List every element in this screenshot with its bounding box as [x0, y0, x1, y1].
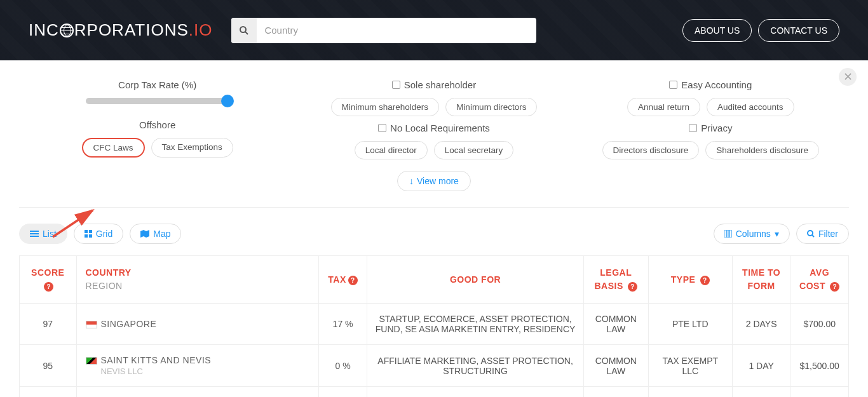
table-row[interactable]: 95SAINT KITTS AND NEVISNEVIS LLC0 %AFFIL…: [20, 345, 849, 387]
tab-list[interactable]: List: [19, 224, 67, 244]
filter-corp-tax-label: Corp Tax Rate (%): [24, 79, 291, 90]
th-time[interactable]: TIME TO FORM: [732, 256, 790, 304]
th-score[interactable]: SCORE?: [20, 256, 77, 304]
svg-rect-11: [727, 230, 729, 238]
offshore-pills: CFC Laws Tax Exemptions: [24, 138, 291, 158]
about-button[interactable]: ABOUT US: [682, 19, 752, 42]
cell-score: 93: [20, 387, 77, 398]
filter-privacy-label: Privacy: [701, 123, 732, 133]
filter-no-local[interactable]: No Local Requirements: [301, 123, 567, 133]
pill-audited-accounts[interactable]: Audited accounts: [707, 98, 794, 116]
filter-sole-shareholder[interactable]: Sole shareholder: [301, 79, 567, 90]
th-cost[interactable]: AVG COST ?: [790, 256, 849, 304]
cell-tax: 0 %: [318, 345, 367, 387]
divider: [19, 207, 849, 208]
close-icon[interactable]: ✕: [839, 68, 857, 86]
th-type[interactable]: TYPE ?: [648, 256, 732, 304]
pill-cfc-laws[interactable]: CFC Laws: [82, 138, 145, 158]
columns-button[interactable]: Columns ▾: [714, 224, 790, 244]
search-input[interactable]: [257, 25, 536, 36]
checkbox-icon[interactable]: [378, 124, 386, 132]
filter-button[interactable]: Filter: [796, 224, 849, 244]
help-icon[interactable]: ?: [348, 276, 358, 285]
cell-score: 97: [20, 304, 77, 345]
view-more-label: View more: [417, 176, 459, 186]
cell-type: LTD: [648, 387, 732, 398]
filter-easy-accounting-label: Easy Accounting: [681, 79, 752, 90]
grid-icon: [85, 230, 92, 238]
th-tax[interactable]: TAX?: [318, 256, 367, 304]
help-icon[interactable]: ?: [628, 282, 637, 292]
filters-panel: ✕ Corp Tax Rate (%) Offshore CFC Laws Ta…: [0, 60, 868, 207]
th-good-for[interactable]: GOOD FOR: [367, 256, 584, 304]
svg-rect-10: [724, 230, 726, 238]
checkbox-icon[interactable]: [689, 124, 697, 132]
cell-time: 2 DAYS: [732, 304, 790, 345]
filter-easy-accounting[interactable]: Easy Accounting: [577, 79, 844, 90]
columns-icon: [724, 230, 732, 238]
pill-tax-exemptions[interactable]: Tax Exemptions: [151, 138, 233, 158]
table-row[interactable]: 97SINGAPORE17 %STARTUP, ECOMERCE, ASSET …: [20, 304, 849, 345]
pill-shareholders-disclosure[interactable]: Shareholders disclosure: [705, 141, 819, 159]
view-more-button[interactable]: ↓View more: [397, 171, 471, 191]
help-icon[interactable]: ?: [44, 282, 53, 292]
logo-io: .IO: [189, 20, 213, 40]
cell-cost: $700.00: [790, 304, 849, 345]
cell-type: TAX EXEMPT LLC: [648, 345, 732, 387]
pill-annual-return[interactable]: Annual return: [627, 98, 700, 116]
help-icon[interactable]: ?: [700, 276, 710, 285]
contact-button[interactable]: CONTACT US: [758, 19, 839, 42]
search-box[interactable]: [231, 18, 536, 43]
cell-country: SINGAPORE: [76, 304, 318, 345]
cell-type: PTE LTD: [648, 304, 732, 345]
tax-rate-slider[interactable]: [86, 98, 229, 104]
privacy-pills: Directors disclosure Shareholders disclo…: [577, 141, 844, 159]
header: INCRPORATIONS.IO ABOUT US CONTACT US: [0, 0, 868, 60]
table-row[interactable]: 93HONG KONG17 %HOLDING, STARTUP, LOW TAX…: [20, 387, 849, 398]
search-icon[interactable]: [231, 18, 257, 43]
pill-min-directors[interactable]: Minimum directors: [445, 98, 537, 116]
filter-sole-shareholder-label: Sole shareholder: [404, 79, 476, 90]
pill-directors-disclosure[interactable]: Directors disclosure: [602, 141, 700, 159]
cell-good-for: STARTUP, ECOMERCE, ASSET PROTECTION, FUN…: [367, 304, 584, 345]
cell-legal: COMMON LAW: [583, 387, 648, 398]
svg-line-14: [812, 235, 814, 237]
slider-thumb[interactable]: [221, 95, 234, 107]
search-icon: [807, 230, 815, 238]
filter-privacy[interactable]: Privacy: [577, 123, 844, 133]
svg-rect-8: [85, 234, 88, 238]
tab-list-label: List: [43, 229, 57, 239]
columns-label: Columns: [736, 229, 771, 239]
cell-country: SAINT KITTS AND NEVISNEVIS LLC: [76, 345, 318, 387]
cell-legal: COMMON LAW: [583, 304, 648, 345]
filter-col-1: Corp Tax Rate (%) Offshore CFC Laws Tax …: [24, 73, 291, 191]
tab-grid[interactable]: Grid: [74, 224, 123, 244]
tab-grid-label: Grid: [96, 229, 112, 239]
cell-time: 3 WEEKS: [732, 387, 790, 398]
filter-label: Filter: [818, 229, 838, 239]
cell-good-for: HOLDING, STARTUP, LOW TAX, ECOMMERCE: [367, 387, 584, 398]
pill-local-secretary[interactable]: Local secretary: [434, 141, 514, 159]
logo-pre: INC: [29, 20, 59, 40]
filter-no-local-label: No Local Requirements: [390, 123, 490, 133]
help-icon[interactable]: ?: [830, 282, 839, 292]
svg-rect-9: [89, 234, 92, 238]
checkbox-icon[interactable]: [669, 81, 677, 89]
svg-point-13: [808, 231, 813, 236]
pill-min-shareholders[interactable]: Minimum shareholders: [331, 98, 440, 116]
cell-tax: 17 %: [318, 387, 367, 398]
nav-buttons: ABOUT US CONTACT US: [682, 19, 839, 42]
cell-tax: 17 %: [318, 304, 367, 345]
svg-point-0: [240, 27, 246, 32]
logo[interactable]: INCRPORATIONS.IO: [29, 20, 212, 40]
checkbox-icon[interactable]: [392, 81, 400, 89]
svg-rect-6: [85, 230, 88, 233]
list-icon: [30, 230, 39, 238]
shareholder-pills: Minimum shareholders Minimum directors: [301, 98, 567, 116]
globe-icon: [60, 24, 74, 37]
th-country[interactable]: COUNTRYREGION: [76, 256, 318, 304]
th-legal[interactable]: LEGAL BASIS ?: [583, 256, 648, 304]
pill-local-director[interactable]: Local director: [355, 141, 428, 159]
flag-icon: [86, 321, 97, 328]
tab-map[interactable]: Map: [130, 224, 181, 244]
